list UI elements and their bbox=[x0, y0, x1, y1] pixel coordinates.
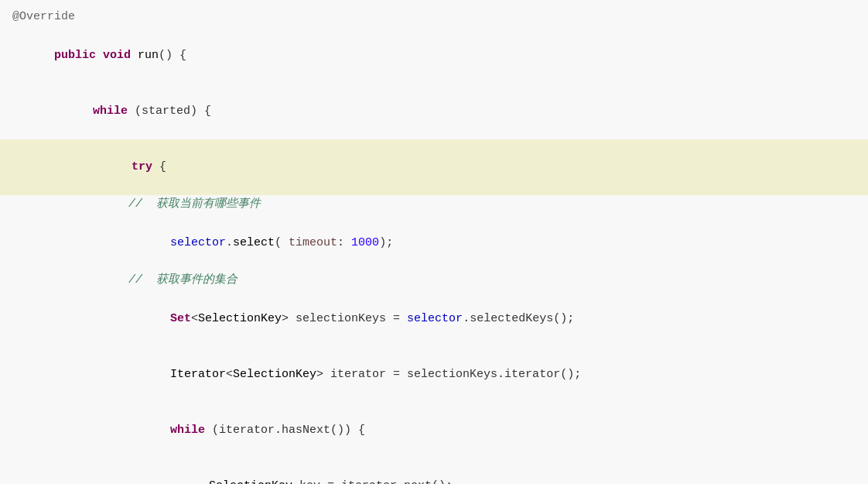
line-10-content: while (iterator.hasNext()) { bbox=[128, 403, 365, 458]
line-9-content: Iterator<SelectionKey> iterator = select… bbox=[128, 347, 581, 403]
comment-2: // 获取事件的集合 bbox=[128, 271, 238, 290]
code-line-7: // 获取事件的集合 bbox=[0, 271, 868, 291]
line-11-content: SelectionKey key = iterator.next(); bbox=[167, 458, 453, 484]
line-3-content: while (started) { bbox=[51, 84, 211, 139]
code-line-6: selector.select( timeout: 1000); bbox=[0, 215, 868, 271]
code-line-11: SelectionKey key = iterator.next(); bbox=[0, 458, 868, 484]
comment-1: // 获取当前有哪些事件 bbox=[128, 195, 261, 214]
code-line-8: Set<SelectionKey> selectionKeys = select… bbox=[0, 291, 868, 347]
code-line-10: while (iterator.hasNext()) { bbox=[0, 403, 868, 458]
code-line-2: public void run() { bbox=[0, 28, 868, 84]
line-8-content: Set<SelectionKey> selectionKeys = select… bbox=[128, 291, 574, 347]
line-4-content: try { bbox=[90, 139, 166, 195]
annotation-override: @Override bbox=[12, 8, 75, 26]
code-line-9: Iterator<SelectionKey> iterator = select… bbox=[0, 347, 868, 403]
code-line-4: try { bbox=[0, 139, 868, 195]
code-line-1: @Override bbox=[0, 8, 868, 28]
line-2-content: public void run() { bbox=[12, 28, 186, 84]
code-line-5: // 获取当前有哪些事件 bbox=[0, 195, 868, 215]
code-editor: @Override public void run() { while (sta… bbox=[0, 0, 868, 484]
code-line-3: while (started) { bbox=[0, 84, 868, 139]
line-6-content: selector.select( timeout: 1000); bbox=[128, 215, 393, 271]
